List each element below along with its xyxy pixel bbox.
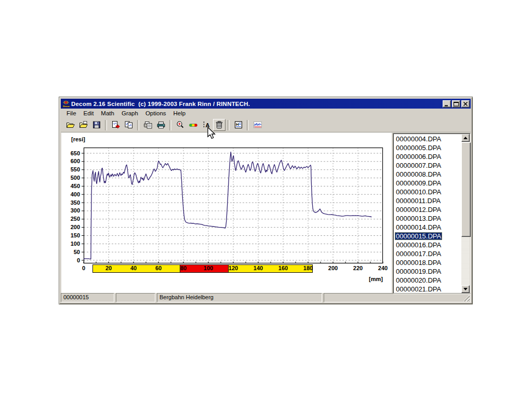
list-item[interactable]: 00000014.DPA — [395, 223, 461, 232]
y-tick-label: 450 — [61, 183, 80, 190]
status-bar: 00000015Bergbahn Heidelberg — [61, 293, 471, 302]
print-preview-button[interactable] — [142, 119, 154, 131]
mouse-cursor — [207, 127, 217, 141]
list-item[interactable]: 00000006.DPA — [395, 152, 461, 161]
list-item[interactable]: 00000005.DPA — [395, 143, 461, 152]
menu-bar: FileEditMathGraphOptionsHelp — [61, 109, 471, 118]
x-tick-label: 60 — [150, 264, 167, 272]
x-tick-label: 20 — [100, 264, 117, 272]
x-tick-label: 220 — [350, 264, 366, 272]
export-data-button[interactable] — [110, 119, 122, 131]
x-tick-label: 180 — [300, 264, 316, 272]
list-item[interactable]: 00000010.DPA — [395, 188, 461, 196]
menu-item-options[interactable]: Options — [142, 109, 170, 117]
menu-item-math[interactable]: Math — [97, 109, 118, 117]
close-button[interactable] — [461, 100, 470, 108]
toolbar-separator — [169, 120, 171, 130]
list-item[interactable]: 00000008.DPA — [395, 170, 461, 179]
list-item[interactable]: 00000012.DPA — [395, 205, 461, 214]
y-tick-label: 400 — [61, 191, 80, 198]
minimize-button[interactable] — [443, 100, 451, 108]
list-item[interactable]: 00000017.DPA — [395, 249, 461, 258]
toolbar: AH — [61, 118, 471, 132]
scroll-up-button[interactable] — [461, 134, 470, 142]
list-item[interactable]: 00000009.DPA — [395, 179, 461, 188]
title-bar[interactable]: Decom Decom 2.16 Scientific (c) 1999-200… — [61, 99, 471, 109]
print-button[interactable] — [155, 119, 167, 131]
y-tick-label: 100 — [61, 241, 80, 247]
file-name: 00000009.DPA — [395, 179, 442, 187]
page-export-icon — [111, 121, 121, 129]
report-button[interactable]: H — [232, 119, 245, 131]
file-name: 00000006.DPA — [395, 153, 442, 161]
toolbar-separator — [247, 120, 249, 130]
notebook-h-icon: H — [234, 121, 243, 129]
menu-item-file[interactable]: File — [63, 109, 80, 117]
x-tick-label: 80 — [175, 264, 192, 272]
scrollbar-thumb[interactable] — [461, 142, 471, 237]
x-tick-label: 100 — [200, 264, 217, 272]
depth-scale-button[interactable] — [187, 119, 200, 131]
open-folder-button[interactable] — [77, 119, 90, 131]
file-name: 00000020.DPA — [395, 276, 442, 284]
x-tick-label: 0 — [75, 264, 92, 272]
file-name: 00000019.DPA — [395, 268, 442, 275]
zoom-button[interactable] — [174, 119, 187, 131]
file-name: 00000015.DPA — [395, 232, 442, 240]
copy-pages-icon — [124, 121, 134, 129]
y-tick-label: 50 — [61, 249, 80, 256]
file-name: 00000008.DPA — [395, 170, 442, 178]
list-item[interactable]: 00000021.DPA — [395, 285, 461, 293]
list-item[interactable]: 00000016.DPA — [395, 241, 461, 249]
status-panel-1: 00000015 — [61, 293, 114, 302]
file-name: 00000005.DPA — [395, 144, 442, 152]
file-name: 00000007.DPA — [395, 162, 442, 169]
file-list-items: 00000004.DPA00000005.DPA00000006.DPA0000… — [395, 135, 461, 293]
printer-icon — [156, 121, 166, 129]
list-item[interactable]: 00000018.DPA — [395, 258, 461, 267]
toolbar-separator — [105, 120, 107, 130]
profile-graph-button[interactable] — [251, 119, 264, 131]
open-file-button[interactable] — [64, 119, 77, 131]
svg-text:H: H — [236, 122, 239, 127]
file-name: 00000016.DPA — [395, 241, 442, 249]
folder-open-icon — [66, 121, 75, 129]
x-tick-label: 140 — [250, 264, 267, 272]
menu-item-graph[interactable]: Graph — [118, 109, 142, 117]
save-button[interactable] — [90, 119, 103, 131]
x-tick-label: 160 — [275, 264, 291, 272]
wave-chart-icon — [253, 121, 262, 129]
file-list-scrollbar[interactable] — [461, 134, 470, 293]
y-tick-label: 650 — [61, 150, 80, 157]
file-name: 00000018.DPA — [395, 259, 442, 267]
file-name: 00000011.DPA — [395, 197, 442, 205]
list-item[interactable]: 00000007.DPA — [395, 161, 461, 170]
file-name: 00000010.DPA — [395, 188, 442, 196]
y-axis-unit-label: [resi] — [71, 136, 85, 142]
resistance-curve — [84, 152, 371, 260]
toolbar-separator — [228, 120, 230, 130]
menu-item-help[interactable]: Help — [170, 109, 190, 117]
resistance-profile-plot[interactable] — [84, 148, 383, 263]
window-title: Decom 2.16 Scientific (c) 1999-2003 Fran… — [71, 101, 443, 107]
arrow-up-icon — [463, 137, 468, 139]
list-item[interactable]: 00000004.DPA — [395, 135, 461, 143]
y-tick-label: 500 — [61, 175, 80, 181]
status-panel-2 — [116, 293, 155, 302]
printer-page-icon — [143, 121, 153, 129]
copy-graphs-button[interactable] — [123, 119, 135, 131]
file-name: 00000013.DPA — [395, 215, 442, 222]
list-item-selected[interactable]: 00000015.DPA — [395, 232, 461, 241]
list-item[interactable]: 00000011.DPA — [395, 196, 461, 205]
x-tick-label: 200 — [325, 264, 341, 272]
floppy-icon — [92, 121, 101, 129]
file-name: 00000004.DPA — [395, 135, 442, 143]
list-item[interactable]: 00000019.DPA — [395, 267, 461, 276]
list-item[interactable]: 00000020.DPA — [395, 276, 461, 285]
scroll-down-button[interactable] — [461, 285, 470, 293]
list-item[interactable]: 00000013.DPA — [395, 214, 461, 223]
file-name: 00000014.DPA — [395, 223, 442, 231]
menu-item-edit[interactable]: Edit — [80, 109, 98, 117]
resize-grip[interactable] — [463, 295, 470, 301]
maximize-button[interactable] — [452, 100, 460, 108]
